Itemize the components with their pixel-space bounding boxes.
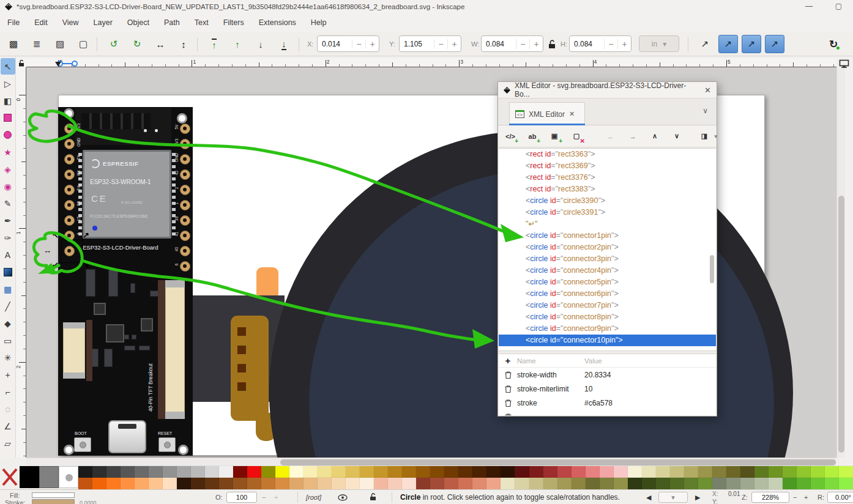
ruler-corner[interactable]: [16, 58, 26, 67]
minimize-button[interactable]: —: [805, 2, 813, 10]
palette-swatch[interactable]: [670, 466, 684, 478]
scale-handle-w[interactable]: ↔: [43, 246, 51, 254]
unindent-node-button[interactable]: ←: [603, 130, 618, 143]
palette-swatch[interactable]: [135, 466, 149, 478]
palette-swatch[interactable]: [726, 466, 740, 478]
x-decrement-button[interactable]: −: [352, 39, 365, 49]
board-pin-right[interactable]: [180, 154, 190, 165]
palette-swatch[interactable]: [712, 466, 726, 478]
delete-attribute-button[interactable]: [499, 413, 517, 416]
palette-swatch[interactable]: [205, 478, 219, 489]
palette-swatch[interactable]: [472, 478, 486, 489]
palette-swatch[interactable]: [163, 478, 177, 489]
board-pin-right[interactable]: [180, 261, 190, 272]
xml-node-row[interactable]: <circle id="connector4pin">: [499, 265, 716, 276]
y-field-value[interactable]: 1.105: [400, 40, 434, 48]
board-pin-right[interactable]: [180, 124, 190, 134]
palette-swatch[interactable]: [92, 466, 106, 478]
palette-swatch[interactable]: [121, 466, 135, 478]
palette-swatch[interactable]: [318, 466, 332, 478]
palette-swatch[interactable]: [769, 478, 783, 489]
y-increment-button[interactable]: +: [447, 39, 461, 49]
horizontal-ruler[interactable]: 012345: [26, 58, 836, 67]
palette-swatch[interactable]: [698, 478, 712, 489]
palette-swatch[interactable]: [318, 478, 332, 489]
lower-to-bottom-button[interactable]: ↓: [274, 35, 294, 53]
move-gradients-toggle[interactable]: ↗: [742, 35, 761, 53]
w-field-value[interactable]: 0.084: [482, 40, 516, 48]
white-swatch[interactable]: [59, 466, 78, 488]
palette-swatch[interactable]: [205, 466, 219, 478]
palette-swatch[interactable]: [472, 466, 486, 478]
tweak-tool[interactable]: +: [1, 366, 15, 383]
palette-swatch[interactable]: [106, 466, 121, 478]
mesh-gradient-tool[interactable]: ▦: [1, 281, 15, 297]
palette-swatch[interactable]: [191, 466, 205, 478]
board-pin-left[interactable]: [64, 215, 75, 226]
palette-swatch[interactable]: [557, 478, 572, 489]
palette-swatch[interactable]: [374, 478, 388, 489]
palette-swatch[interactable]: [698, 466, 712, 478]
xml-node-row[interactable]: <circle id="connector3pin">: [499, 253, 716, 265]
board-pin-right[interactable]: [180, 215, 190, 226]
ellipse-tool[interactable]: [1, 127, 15, 143]
rotate-ccw-button[interactable]: ↺: [104, 35, 124, 53]
raise-button[interactable]: ↑: [228, 35, 247, 53]
spray-tool[interactable]: ✳: [1, 349, 15, 366]
menu-path[interactable]: Path: [164, 18, 180, 27]
board-pin-left[interactable]: [64, 231, 75, 241]
palette-swatch[interactable]: [515, 478, 529, 489]
palette-swatch[interactable]: [825, 466, 839, 478]
connector-tool[interactable]: ⌐: [1, 384, 15, 400]
paint-bucket-tool[interactable]: ◆: [1, 315, 15, 332]
h-field[interactable]: 0.084−+: [569, 35, 631, 52]
selector-tool[interactable]: ↖: [1, 58, 15, 75]
deselect-button[interactable]: ▨: [50, 35, 70, 53]
palette-swatch[interactable]: [332, 466, 346, 478]
board-pin-right[interactable]: [180, 139, 190, 149]
board[interactable]: ESPRESSIF ESP32-S3-WROOM-1 CE R 201-2200…: [58, 107, 193, 456]
xml-node-row[interactable]: <circle id="connector10pin">: [499, 335, 716, 346]
lower-button[interactable]: ↓: [251, 35, 270, 53]
black-swatch[interactable]: [20, 466, 39, 488]
xml-editor-titlebar[interactable]: XML Editor - svg.breadboard.ESP32-S3-LCD…: [498, 82, 717, 98]
delete-node-button[interactable]: ▢✕: [569, 130, 584, 143]
palette-swatch[interactable]: [486, 478, 501, 489]
palette-swatch[interactable]: [92, 478, 106, 489]
palette-swatch[interactable]: [529, 466, 543, 478]
scale-handle-s[interactable]: ↕: [68, 265, 72, 273]
palette-swatch[interactable]: [783, 478, 797, 489]
board-pin-left[interactable]: [64, 124, 75, 134]
palette-swatch[interactable]: [332, 478, 346, 489]
board-pin-left[interactable]: [64, 154, 75, 165]
horizontal-scrollbar[interactable]: [26, 458, 836, 466]
snap-toggle-button[interactable]: ↻: [825, 36, 842, 52]
board-pin-left[interactable]: [64, 200, 75, 210]
palette-swatch[interactable]: [642, 466, 656, 478]
xml-node-row[interactable]: <circle id="connector8pin">: [499, 311, 716, 323]
node-tool[interactable]: ▷: [1, 75, 15, 92]
eraser-tool[interactable]: ▭: [1, 332, 15, 349]
palette-swatch[interactable]: [304, 466, 318, 478]
palette-swatch[interactable]: [529, 478, 543, 489]
palette-swatch[interactable]: [839, 478, 853, 489]
delete-attribute-button[interactable]: [499, 399, 517, 407]
flip-vertical-button[interactable]: ↕: [174, 35, 193, 53]
units-dropdown[interactable]: in▾: [639, 35, 679, 52]
palette-swatch[interactable]: [374, 466, 388, 478]
xml-editor-close-button[interactable]: ✕: [704, 86, 711, 95]
palette-swatch[interactable]: [557, 466, 572, 478]
palette-swatch[interactable]: [444, 478, 458, 489]
xml-node-row[interactable]: <circle id="circle3390">: [499, 195, 716, 207]
lock-ratio-icon[interactable]: [548, 40, 556, 49]
esp32-module[interactable]: ESPRESSIF ESP32-S3-WROOM-1 CE R 201-2200…: [83, 150, 171, 239]
new-text-node-button[interactable]: ab+: [525, 130, 540, 143]
move-node-down-button[interactable]: ∨: [669, 130, 684, 143]
palette-swatch[interactable]: [135, 478, 149, 489]
palette-swatch[interactable]: [486, 466, 501, 478]
w-increment-button[interactable]: +: [529, 39, 543, 49]
palette-swatch[interactable]: [811, 478, 825, 489]
palette-swatch[interactable]: [402, 466, 416, 478]
star-tool[interactable]: ★: [1, 144, 15, 160]
rotate-cw-button[interactable]: ↻: [127, 35, 147, 53]
